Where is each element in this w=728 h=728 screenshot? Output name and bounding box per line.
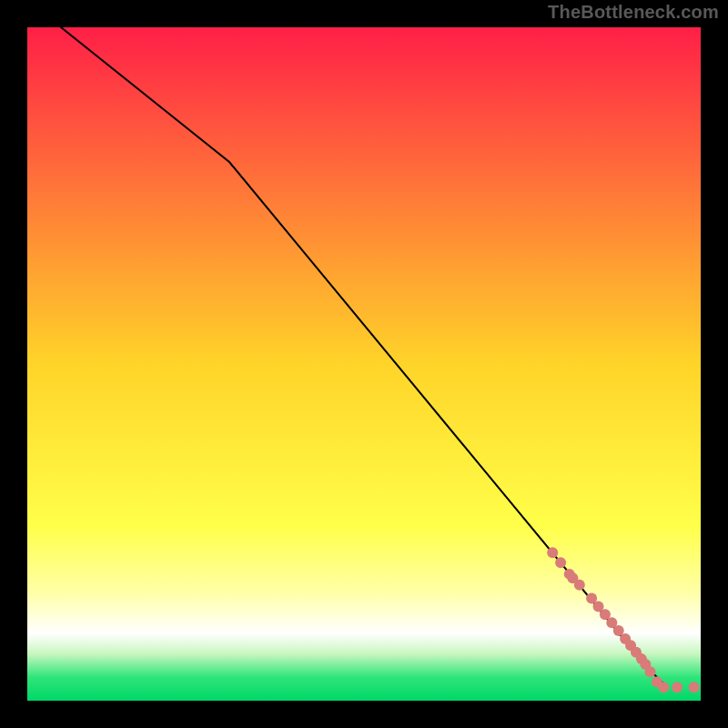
chart-background — [27, 27, 701, 701]
data-point — [547, 547, 558, 558]
data-point — [645, 666, 656, 677]
chart-svg — [27, 27, 701, 701]
watermark-text: TheBottleneck.com — [548, 2, 719, 23]
plot-area — [27, 27, 701, 701]
data-point — [555, 557, 566, 568]
data-point — [574, 580, 585, 591]
data-point — [672, 682, 682, 693]
chart-root: TheBottleneck.com — [0, 0, 728, 728]
data-point — [689, 682, 700, 693]
data-point — [658, 682, 669, 693]
